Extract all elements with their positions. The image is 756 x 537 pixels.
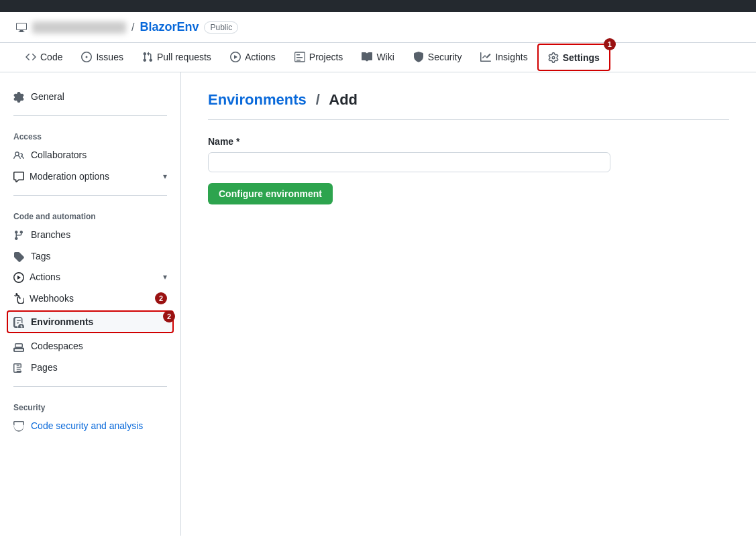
breadcrumb-link[interactable]: Environments (208, 91, 307, 108)
tab-issues-label: Issues (96, 52, 123, 62)
tab-security-label: Security (428, 52, 462, 62)
sidebar-branches-label: Branches (31, 229, 70, 240)
sidebar-collaborators-label: Collaborators (31, 150, 87, 160)
page-layout: General Access Collaborators Moderation … (0, 72, 756, 536)
pages-icon (13, 361, 25, 373)
repo-header: / BlazorEnv Public (0, 12, 756, 43)
tab-insights-label: Insights (495, 52, 527, 62)
gear-icon (13, 91, 25, 103)
settings-sidebar: General Access Collaborators Moderation … (0, 72, 181, 536)
tab-issues[interactable]: Issues (72, 43, 132, 72)
sidebar-webhooks-label: Webhooks (30, 293, 74, 304)
sidebar-item-general[interactable]: General (0, 86, 180, 107)
sidebar-codespaces-label: Codespaces (31, 341, 83, 351)
configure-environment-button[interactable]: Configure environment (208, 183, 333, 204)
nav-tabs: Code Issues Pull requests Actions Projec… (0, 43, 756, 72)
main-content: Environments / Add Name * Configure envi… (181, 72, 756, 536)
tab-settings-label: Settings (563, 52, 600, 63)
repo-visibility-badge: Public (204, 21, 238, 34)
tab-actions[interactable]: Actions (221, 43, 285, 72)
sidebar-divider-1 (13, 115, 167, 116)
sidebar-section-access: Access (0, 124, 180, 144)
webhooks-badge: 2 (155, 292, 167, 304)
moderation-icon (13, 170, 24, 182)
sidebar-code-security-label: Code security and analysis (31, 420, 143, 431)
actions-chevron-icon: ▾ (163, 272, 167, 282)
sidebar-item-moderation[interactable]: Moderation options ▾ (0, 166, 180, 186)
issues-icon (81, 51, 92, 62)
tab-code[interactable]: Code (16, 43, 72, 72)
sidebar-tags-label: Tags (31, 251, 51, 261)
breadcrumb-separator: / (316, 91, 320, 108)
tab-insights[interactable]: Insights (471, 43, 537, 72)
collaborators-icon (13, 149, 25, 161)
code-security-icon (13, 420, 25, 432)
sidebar-item-webhooks[interactable]: Webhooks 2 (0, 288, 180, 308)
repo-name[interactable]: BlazorEnv (140, 20, 199, 34)
tab-actions-label: Actions (245, 52, 276, 62)
sidebar-divider-3 (13, 386, 167, 387)
actions-icon (230, 51, 241, 62)
tag-icon (13, 250, 25, 262)
sidebar-item-codespaces[interactable]: Codespaces (0, 335, 180, 357)
wiki-icon (362, 51, 372, 62)
sidebar-section-code: Code and automation (0, 204, 180, 224)
tab-projects[interactable]: Projects (285, 43, 353, 72)
sidebar-item-collaborators[interactable]: Collaborators (0, 144, 180, 166)
webhooks-icon (13, 292, 24, 304)
tab-pull-requests[interactable]: Pull requests (133, 43, 221, 72)
top-bar (0, 0, 756, 12)
tab-code-label: Code (40, 52, 62, 62)
sidebar-item-environments[interactable]: Environments (7, 310, 174, 333)
sidebar-actions-label: Actions (30, 272, 60, 282)
name-input[interactable] (208, 152, 610, 172)
sidebar-section-security: Security (0, 395, 180, 415)
sidebar-pages-label: Pages (31, 362, 58, 373)
chevron-down-icon: ▾ (163, 172, 167, 181)
tab-wiki[interactable]: Wiki (352, 43, 403, 72)
branches-icon (13, 229, 25, 241)
tab-pr-label: Pull requests (157, 52, 211, 62)
environments-icon (13, 316, 25, 328)
sidebar-item-actions[interactable]: Actions ▾ (0, 267, 180, 288)
sidebar-item-code-security[interactable]: Code security and analysis (0, 415, 180, 436)
sidebar-item-pages[interactable]: Pages (0, 357, 180, 378)
repo-owner-icon (16, 21, 27, 33)
codespaces-icon (13, 340, 25, 352)
tab-security[interactable]: Security (404, 43, 472, 72)
sidebar-item-tags[interactable]: Tags (0, 245, 180, 267)
insights-icon (480, 51, 491, 62)
pr-icon (142, 51, 153, 62)
security-icon (413, 51, 424, 62)
sidebar-moderation-label: Moderation options (30, 171, 109, 182)
code-icon (25, 51, 36, 62)
tab-projects-label: Projects (309, 52, 343, 62)
breadcrumb-current: Add (329, 91, 358, 108)
tab-wiki-label: Wiki (376, 52, 394, 62)
settings-icon (548, 52, 559, 63)
actions-sidebar-icon (13, 272, 24, 283)
sidebar-general-label: General (31, 91, 64, 102)
sidebar-item-branches[interactable]: Branches (0, 224, 180, 245)
sidebar-environments-label: Environments (31, 316, 93, 327)
settings-badge: 1 (604, 38, 616, 50)
repo-owner (32, 21, 126, 34)
sidebar-divider-2 (13, 195, 167, 196)
name-label: Name * (208, 136, 729, 147)
page-title: Environments / Add (208, 91, 729, 120)
repo-separator: / (131, 21, 134, 34)
tab-settings[interactable]: Settings (537, 44, 610, 71)
projects-icon (294, 51, 305, 62)
